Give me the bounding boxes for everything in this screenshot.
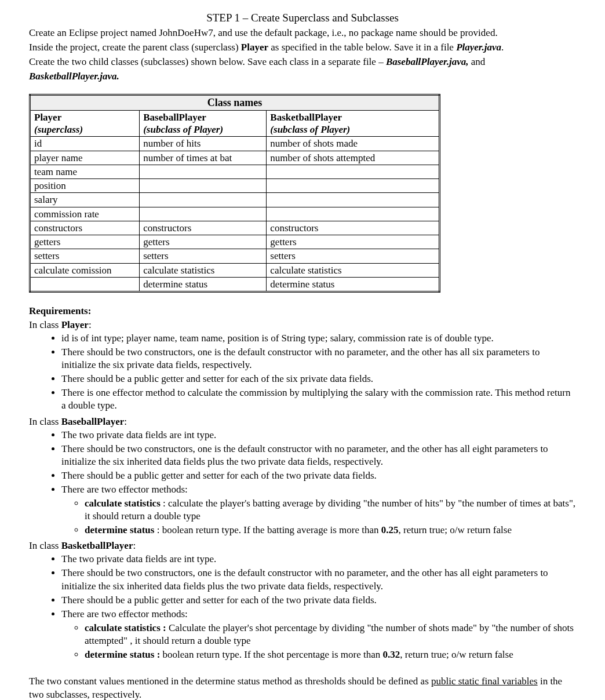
list-item: id is of int type; player name, team nam… xyxy=(61,332,576,345)
col-player-note: (superclass) xyxy=(34,124,83,135)
txt: boolean return type. If the shot percent… xyxy=(160,649,382,660)
baseball-sub-bullets: calculate statistics : calculate the pla… xyxy=(61,497,576,537)
cell xyxy=(267,179,440,193)
cell xyxy=(140,165,267,178)
table-row: gettersgettersgetters xyxy=(30,235,440,249)
intro-playerjava: Player.java xyxy=(456,42,501,53)
intro-basketballjava: BasketballPlayer.java. xyxy=(29,71,119,82)
cell: getters xyxy=(140,235,267,249)
list-item: The two private data fields are int type… xyxy=(61,553,576,566)
list-item: There should be two constructors, one is… xyxy=(61,443,576,468)
table-row: position xyxy=(30,179,440,193)
list-item: There should be a public getter and sett… xyxy=(61,373,576,385)
txt: calculate statistics xyxy=(85,498,161,509)
txt: In class xyxy=(29,416,61,427)
txt: In class xyxy=(29,540,61,551)
list-item: There should be a public getter and sett… xyxy=(61,594,576,607)
col-player: Player(superclass) xyxy=(30,110,140,137)
cell: calculate comission xyxy=(30,263,140,277)
txt: public static final variables xyxy=(431,676,538,687)
txt: : xyxy=(133,540,136,551)
in-class-baseball: In class BaseballPlayer: xyxy=(29,416,576,428)
cell: setters xyxy=(267,249,440,263)
txt: : xyxy=(124,416,127,427)
cell: team name xyxy=(30,165,140,178)
step-title: STEP 1 – Create Superclass and Subclasse… xyxy=(29,12,576,24)
cell: number of times at bat xyxy=(140,151,267,165)
cell xyxy=(267,207,440,221)
cell: getters xyxy=(30,235,140,249)
txt: There are two effector methods: xyxy=(61,484,188,495)
txt: BaseballPlayer xyxy=(61,416,125,427)
cell: setters xyxy=(140,249,267,263)
cell: number of hits xyxy=(140,137,267,151)
table-row: salary xyxy=(30,193,440,207)
cell: constructors xyxy=(30,221,140,235)
cell: determine status xyxy=(140,277,267,291)
basketball-sub-bullets: calculate statistics : Calculate the pla… xyxy=(61,622,576,661)
cell: constructors xyxy=(267,221,440,235)
list-item: There should be two constructors, one is… xyxy=(61,346,576,371)
cell xyxy=(140,179,267,193)
player-bullets: id is of int type; player name, team nam… xyxy=(29,332,576,413)
list-item: calculate statistics : Calculate the pla… xyxy=(85,622,576,647)
requirements-heading: Requirements: xyxy=(29,305,576,317)
intro-paragraph: Create an Eclipse project named JohnDoeH… xyxy=(29,27,576,83)
intro-line3a: Create the two child classes (subclasses… xyxy=(29,56,386,67)
intro-line1: Create an Eclipse project named JohnDoeH… xyxy=(29,27,498,38)
txt: The two constant values mentioned in the… xyxy=(29,676,431,687)
intro-line2c: as specified in the table below. Save it… xyxy=(268,42,456,53)
table-row: player namenumber of times at batnumber … xyxy=(30,151,440,165)
cell: id xyxy=(30,137,140,151)
txt: : boolean return type. If the batting av… xyxy=(154,524,381,535)
txt: 0.25 xyxy=(381,524,399,535)
cell: position xyxy=(30,179,140,193)
txt: , return true; o/w return false xyxy=(400,649,513,660)
cell xyxy=(140,207,267,221)
basketball-bullets: The two private data fields are int type… xyxy=(29,553,576,661)
col-baseball: BaseballPlayer(subclass of Player) xyxy=(140,110,267,137)
txt: calculate statistics : xyxy=(85,622,166,633)
cell: number of shots made xyxy=(267,137,440,151)
cell: calculate statistics xyxy=(267,263,440,277)
table-row: setterssetterssetters xyxy=(30,249,440,263)
txt: BasketballPlayer xyxy=(61,540,133,551)
table-row: constructorsconstructorsconstructors xyxy=(30,221,440,235)
col-basketball: BasketballPlayer(subclass of Player) xyxy=(267,110,440,137)
table-row: calculate comissioncalculate statisticsc… xyxy=(30,263,440,277)
table-row: idnumber of hitsnumber of shots made xyxy=(30,137,440,151)
list-item: There should be a public getter and sett… xyxy=(61,469,576,482)
txt: determine status : xyxy=(85,649,160,660)
in-class-basketball: In class BasketballPlayer: xyxy=(29,540,576,552)
intro-player-bold: Player xyxy=(241,42,268,53)
cell: setters xyxy=(30,249,140,263)
txt: : xyxy=(89,319,92,330)
cell xyxy=(267,165,440,178)
cell xyxy=(140,193,267,207)
in-class-player: In class Player: xyxy=(29,319,576,331)
cell: salary xyxy=(30,193,140,207)
class-names-table: Class names Player(superclass) BaseballP… xyxy=(29,94,440,293)
col-basketball-name: BasketballPlayer xyxy=(270,112,342,123)
table-row: determine statusdetermine status xyxy=(30,277,440,291)
table-header: Class names xyxy=(30,94,440,110)
cell: calculate statistics xyxy=(140,263,267,277)
intro-line3c: and xyxy=(468,56,485,67)
txt: There are two effector methods: xyxy=(61,608,188,619)
list-item: There is one effector method to calculat… xyxy=(61,387,576,412)
list-item: There are two effector methods: calculat… xyxy=(61,483,576,537)
table-row: team name xyxy=(30,165,440,178)
cell: commission rate xyxy=(30,207,140,221)
cell: number of shots attempted xyxy=(267,151,440,165)
list-item: There are two effector methods: calculat… xyxy=(61,608,576,661)
cell xyxy=(30,277,140,291)
list-item: The two private data fields are int type… xyxy=(61,429,576,442)
txt: Player xyxy=(61,319,89,330)
baseball-bullets: The two private data fields are int type… xyxy=(29,429,576,537)
list-item: determine status : boolean return type. … xyxy=(85,648,576,661)
table-row: commission rate xyxy=(30,207,440,221)
col-player-name: Player xyxy=(34,112,61,123)
txt: In class xyxy=(29,319,61,330)
txt: determine status xyxy=(85,524,154,535)
intro-baseballjava: BaseballPlayer.java, xyxy=(386,56,469,67)
